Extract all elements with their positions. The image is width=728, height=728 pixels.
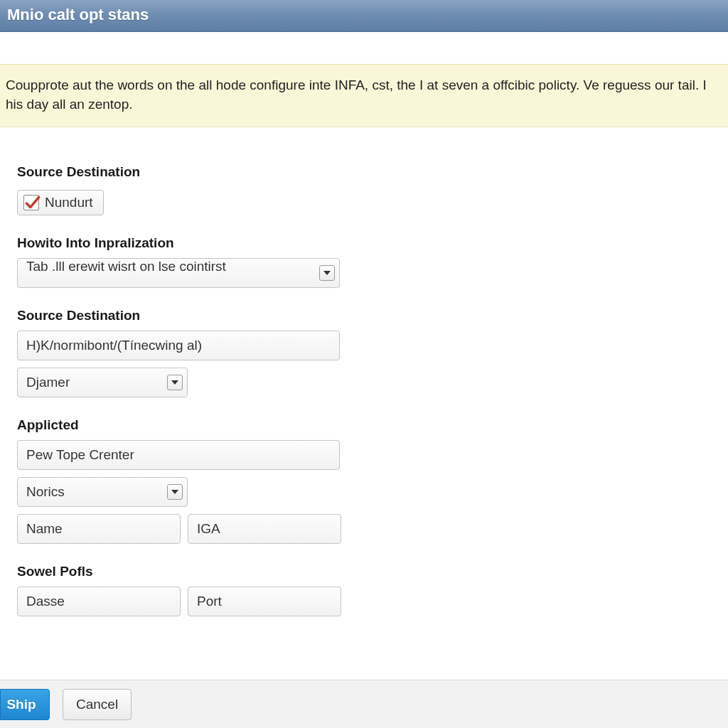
chevron-down-icon	[167, 484, 183, 500]
nundurt-checkbox[interactable]: Nundurt	[17, 190, 104, 215]
info-banner-text: Coupprote aut the words on the all hode …	[6, 77, 707, 112]
name-input[interactable]	[17, 514, 181, 544]
label-sowel-pofls: Sowel Pofls	[17, 564, 711, 579]
chevron-down-icon	[167, 375, 183, 390]
label-source-destination-1: Source Destination	[17, 164, 711, 180]
djamer-select-value: Djamer	[26, 375, 70, 390]
djamer-select[interactable]: Djamer	[17, 368, 188, 397]
port-input[interactable]	[188, 587, 341, 616]
ship-button[interactable]: Ship	[0, 689, 50, 720]
form-area: Source Destination Nundurt Howito Into I…	[0, 127, 728, 616]
info-banner: Coupprote aut the words on the all hode …	[0, 64, 728, 127]
norics-select[interactable]: Norics	[17, 477, 188, 507]
cancel-button-label: Cancel	[76, 697, 118, 712]
howito-select[interactable]: Tab .lll erewit wisrt on lse cointirst	[17, 258, 340, 288]
source-destination-input[interactable]	[17, 331, 340, 360]
label-source-destination-2: Source Destination	[17, 308, 711, 323]
cancel-button[interactable]: Cancel	[63, 689, 132, 720]
footer-bar: Ship Cancel	[0, 680, 728, 728]
iga-input[interactable]	[188, 514, 341, 544]
norics-select-value: Norics	[26, 484, 65, 500]
chevron-down-icon	[319, 265, 335, 281]
ship-button-label: Ship	[6, 697, 36, 712]
nundurt-checkbox-label: Nundurt	[45, 195, 93, 210]
window-title: Mnio calt opt stans	[7, 6, 149, 23]
check-icon	[23, 195, 39, 210]
applicted-input[interactable]	[17, 440, 340, 470]
window-titlebar: Mnio calt opt stans	[0, 0, 728, 32]
label-howito: Howito Into Inpralization	[17, 235, 711, 251]
dasse-input[interactable]	[17, 587, 181, 616]
label-applicted: Applicted	[17, 417, 711, 433]
howito-select-value: Tab .lll erewit wisrt on lse cointirst	[26, 259, 226, 274]
